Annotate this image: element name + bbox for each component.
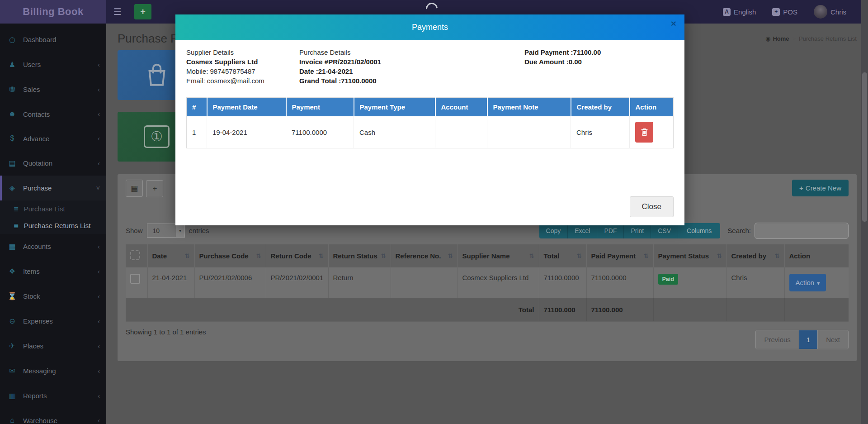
page-size-select[interactable]: 10 ▾	[147, 224, 185, 238]
cell-paid-payment: 71100.0000	[586, 267, 653, 298]
breadcrumb-home-link[interactable]: ◉ Home	[765, 35, 789, 42]
sort-icon: ⇅	[381, 252, 386, 259]
page-scrollbar[interactable]	[861, 0, 868, 424]
column-header-paid-payment[interactable]: Paid Payment⇅	[586, 244, 653, 267]
home-icon: ◉	[765, 35, 770, 42]
language-icon: A	[723, 8, 731, 16]
cube-icon: ◈	[7, 184, 17, 192]
sidebar-item-stock[interactable]: ⌛ Stock ‹	[0, 284, 106, 309]
sidebar-item-users[interactable]: ♟ Users ‹	[0, 52, 106, 77]
sidebar-item-messaging[interactable]: ✉ Messaging ‹	[0, 358, 106, 383]
hamburger-icon: ☰	[113, 6, 122, 17]
column-header-date[interactable]: Date⇅	[147, 244, 194, 267]
column-header-return-status[interactable]: Return Status⇅	[328, 244, 391, 267]
search-input[interactable]	[755, 223, 849, 239]
previous-page-button[interactable]: Previous	[756, 330, 798, 349]
sidebar-item-advance[interactable]: $ Advance ‹	[0, 126, 106, 151]
create-new-label: Create New	[806, 184, 841, 192]
payment-amount: 71100.0000	[286, 116, 354, 148]
search-label: Search:	[727, 227, 751, 234]
avatar	[814, 5, 827, 19]
language-label: English	[734, 8, 756, 16]
sidebar-item-places[interactable]: ✈ Places ‹	[0, 333, 106, 358]
caret-down-icon: ▾	[817, 280, 820, 286]
sidebar-item-purchase-list[interactable]: ≣ Purchase List	[0, 200, 106, 217]
next-page-button[interactable]: Next	[817, 330, 848, 349]
supplier-details-heading: Supplier Details	[186, 48, 299, 57]
add-button[interactable]: +	[146, 180, 163, 197]
select-all-checkbox[interactable]	[130, 250, 140, 260]
row-action-dropdown[interactable]: Action▾	[789, 274, 826, 291]
breadcrumb-home-label: Home	[773, 35, 789, 42]
modal-title: Payments	[412, 23, 448, 32]
sidebar-item-reports[interactable]: ▥ Reports ‹	[0, 383, 106, 408]
page-size-value: 10	[147, 224, 176, 237]
payments-header-action: Action	[630, 98, 674, 117]
sidebar-item-sales[interactable]: ⛃ Sales ‹	[0, 77, 106, 102]
invoice-number: Invoice #PR/2021/02/0001	[299, 57, 524, 67]
sidebar-item-label: Accounts	[23, 243, 51, 250]
payments-table: # Payment Date Payment Payment Type Acco…	[186, 97, 674, 148]
paper-plane-icon: ✈	[7, 342, 17, 350]
sort-icon: ⇅	[644, 252, 649, 259]
table-info: Showing 1 to 1 of 1 entries	[126, 328, 206, 336]
column-header-supplier-name[interactable]: Supplier Name⇅	[458, 244, 539, 267]
column-header-payment-status[interactable]: Payment Status⇅	[653, 244, 726, 267]
delete-payment-button[interactable]	[635, 122, 653, 143]
column-header-total[interactable]: Total⇅	[539, 244, 586, 267]
payment-type: Cash	[354, 116, 435, 148]
current-page-button[interactable]: 1	[799, 330, 817, 349]
calculator-icon: ▦	[131, 184, 138, 193]
quick-add-button[interactable]: +	[134, 4, 151, 19]
sidebar-toggle-button[interactable]: ☰	[106, 0, 129, 24]
payments-header-date: Payment Date	[207, 98, 286, 117]
pos-button[interactable]: + POS	[772, 8, 797, 16]
list-icon: ≣	[14, 205, 19, 213]
sidebar-item-contacts[interactable]: ☻ Contacts ‹	[0, 102, 106, 126]
column-header-return-code[interactable]: Return Code⇅	[266, 244, 328, 267]
language-menu[interactable]: A English	[723, 8, 756, 16]
cell-supplier-name: Cosmex Suppliers Ltd	[458, 267, 539, 298]
user-menu[interactable]: Chris	[814, 5, 846, 19]
modal-body: Supplier Details Cosmex Suppliers Ltd Mo…	[175, 40, 684, 188]
sidebar-item-expenses[interactable]: ⊖ Expenses ‹	[0, 309, 106, 333]
close-icon[interactable]: ×	[671, 18, 676, 29]
table-row: 21-04-2021 PU/2021/02/0006 PR/2021/02/00…	[126, 267, 849, 298]
payment-summary: Paid Payment :71100.00 Due Amount :0.00	[524, 48, 674, 86]
sort-icon: ⇅	[529, 252, 534, 259]
scrollbar-thumb[interactable]	[862, 72, 867, 222]
sidebar-item-label: Sales	[23, 86, 40, 93]
sidebar-item-purchase-returns-list[interactable]: ≣ Purchase Returns List	[0, 217, 106, 234]
sort-icon: ⇅	[319, 252, 324, 259]
bar-chart-icon: ▥	[7, 391, 17, 400]
sidebar-item-purchase[interactable]: ◈ Purchase ˅	[0, 176, 106, 200]
purchase-details-heading: Purchase Details	[299, 48, 524, 57]
due-amount-summary: Due Amount :0.00	[524, 57, 674, 67]
sidebar-item-quotation[interactable]: ▤ Quotation ‹	[0, 151, 106, 176]
sidebar-subitem-label: Purchase Returns List	[24, 222, 91, 229]
users-icon: ♟	[7, 60, 17, 69]
minus-circle-icon: ⊖	[7, 317, 17, 325]
sidebar-item-items[interactable]: ❖ Items ‹	[0, 259, 106, 284]
sidebar-item-label: Items	[23, 267, 40, 275]
building-icon: ⌂	[7, 416, 17, 424]
row-checkbox[interactable]	[130, 274, 140, 284]
sidebar-item-label: Places	[23, 342, 43, 350]
sidebar-item-accounts[interactable]: ▦ Accounts ‹	[0, 234, 106, 259]
close-button[interactable]: Close	[630, 196, 674, 217]
sidebar-item-warehouse[interactable]: ⌂ Warehouse ‹	[0, 408, 106, 424]
sidebar-item-dashboard[interactable]: ◷ Dashboard	[0, 27, 106, 52]
columns-button[interactable]: Columns	[678, 223, 720, 238]
plus-icon: +	[140, 7, 146, 17]
select-all-header[interactable]	[126, 244, 147, 267]
app-logo: Billing Book	[0, 0, 106, 24]
chevron-left-icon: ‹	[98, 367, 100, 375]
column-header-reference-no[interactable]: Reference No.⇅	[391, 244, 458, 267]
create-new-button[interactable]: +Create New	[792, 180, 849, 196]
cubes-icon: ❖	[7, 267, 17, 276]
column-header-purchase-code[interactable]: Purchase Code⇅	[194, 244, 266, 267]
column-header-created-by[interactable]: Created by⇅	[726, 244, 784, 267]
calculator-button[interactable]: ▦	[126, 180, 143, 197]
trash-icon	[641, 128, 648, 136]
sidebar-item-label: Expenses	[23, 317, 53, 325]
